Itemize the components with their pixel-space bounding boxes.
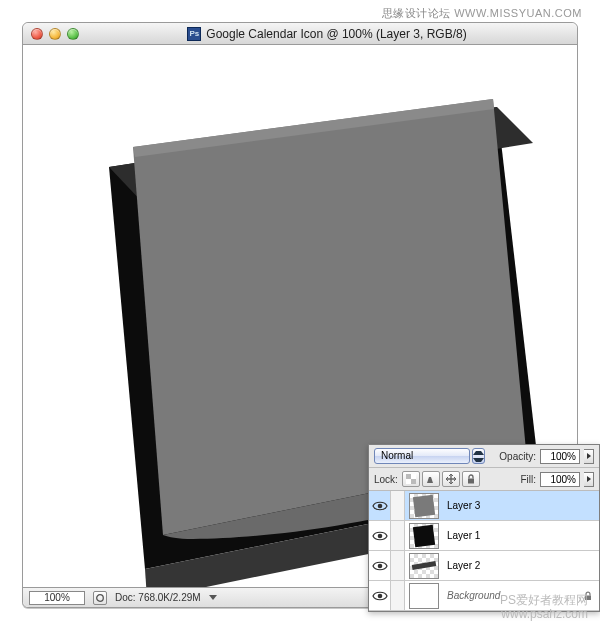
layer-row[interactable]: Layer 2 (369, 551, 599, 581)
lock-fill-row: Lock: Fill: 100% (369, 468, 599, 491)
eye-icon (372, 530, 388, 542)
chevron-down-icon (473, 458, 484, 462)
minimize-button[interactable] (49, 28, 61, 40)
lock-all-icon[interactable] (462, 471, 480, 487)
svg-rect-8 (406, 479, 411, 484)
titlebar[interactable]: Google Calendar Icon @ 100% (Layer 3, RG… (23, 23, 577, 45)
layer-row[interactable]: Layer 3 (369, 491, 599, 521)
visibility-toggle[interactable] (369, 491, 391, 520)
layer-thumbnail[interactable] (409, 583, 439, 609)
lock-position-icon[interactable] (442, 471, 460, 487)
link-cell[interactable] (391, 491, 405, 520)
zoom-input[interactable]: 100% (29, 591, 85, 605)
visibility-toggle[interactable] (369, 581, 391, 610)
layers-panel: Normal Opacity: 100% Lock: Fill: 100% (368, 444, 600, 612)
svg-point-13 (377, 593, 382, 598)
visibility-toggle[interactable] (369, 551, 391, 580)
link-cell[interactable] (391, 581, 405, 610)
fill-label: Fill: (520, 474, 536, 485)
chevron-up-icon (473, 451, 484, 455)
svg-point-10 (377, 503, 382, 508)
watermark-bottom: PS爱好者教程网 www.psahz.com (500, 593, 588, 621)
fill-input[interactable]: 100% (540, 472, 580, 487)
blend-mode-stepper[interactable] (472, 448, 485, 464)
doc-size-label: Doc: 768.0K/2.29M (115, 592, 201, 603)
link-cell[interactable] (391, 551, 405, 580)
eye-icon (372, 590, 388, 602)
opacity-flyout-arrow-icon[interactable] (584, 449, 594, 464)
layer-name[interactable]: Layer 2 (445, 560, 599, 571)
close-button[interactable] (31, 28, 43, 40)
layer-name[interactable]: Layer 1 (445, 530, 599, 541)
layer-name[interactable]: Layer 3 (445, 500, 599, 511)
visibility-toggle[interactable] (369, 521, 391, 550)
eye-icon (372, 500, 388, 512)
opacity-label: Opacity: (499, 451, 536, 462)
lock-transparency-icon[interactable] (402, 471, 420, 487)
window-title: Google Calendar Icon @ 100% (Layer 3, RG… (85, 27, 569, 41)
svg-rect-5 (406, 474, 411, 479)
svg-point-12 (377, 563, 382, 568)
opacity-input[interactable]: 100% (540, 449, 580, 464)
watermark-top: 思缘设计论坛 WWW.MISSYUAN.COM (382, 6, 582, 21)
blend-mode-select[interactable]: Normal (374, 448, 470, 464)
svg-rect-7 (411, 474, 416, 479)
blend-opacity-row: Normal Opacity: 100% (369, 445, 599, 468)
lock-pixels-icon[interactable] (422, 471, 440, 487)
lock-label: Lock: (374, 474, 398, 485)
fill-flyout-arrow-icon[interactable] (584, 472, 594, 487)
layer-thumbnail[interactable] (409, 493, 439, 519)
layer-thumbnail[interactable] (409, 523, 439, 549)
svg-rect-6 (411, 479, 416, 484)
svg-rect-9 (468, 479, 474, 484)
preview-icon[interactable] (93, 591, 107, 605)
link-cell[interactable] (391, 521, 405, 550)
eye-icon (372, 560, 388, 572)
layer-thumbnail[interactable] (409, 553, 439, 579)
zoom-button[interactable] (67, 28, 79, 40)
photoshop-file-icon (187, 27, 201, 41)
svg-point-11 (377, 533, 382, 538)
svg-point-4 (97, 594, 104, 601)
layer-row[interactable]: Layer 1 (369, 521, 599, 551)
status-menu-arrow-icon[interactable] (209, 595, 217, 600)
